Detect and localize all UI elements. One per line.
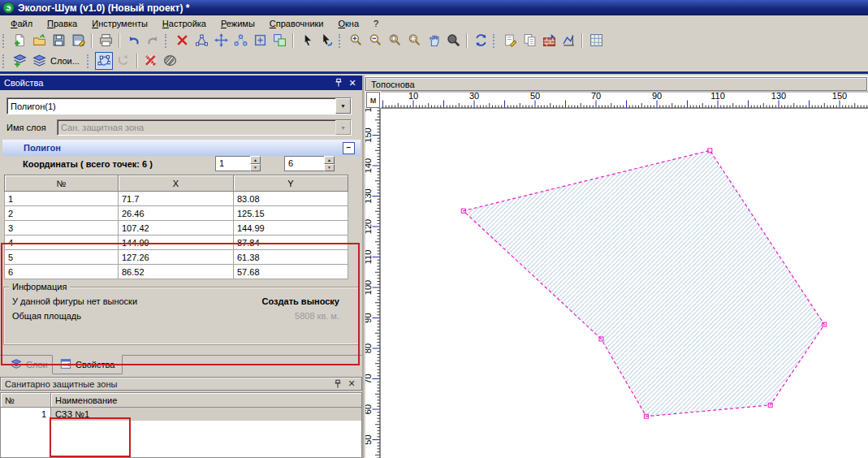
polygon-section-header[interactable]: Полигон − — [2, 140, 361, 156]
szz-list-empty-area[interactable] — [0, 421, 362, 458]
edit-source-button[interactable] — [501, 32, 519, 50]
toolbar-grip[interactable] — [2, 54, 6, 68]
menu-item[interactable]: ? — [366, 17, 386, 30]
zoom-in-button[interactable] — [347, 32, 365, 50]
point-from-spinner[interactable]: 1 ▲▼ — [215, 156, 261, 171]
edit-nodes-button[interactable] — [192, 32, 210, 50]
tab-properties[interactable]: Свойства — [52, 355, 123, 374]
copy-object-button[interactable] — [520, 32, 538, 50]
create-callout-link[interactable]: Создать выноску — [262, 296, 339, 306]
print-icon — [99, 33, 113, 49]
zoom-to-object-button[interactable] — [251, 32, 269, 50]
coords-cell[interactable]: 125.15 — [234, 206, 348, 221]
redo-button[interactable] — [144, 32, 162, 50]
open-project-button[interactable] — [30, 32, 48, 50]
new-document-button[interactable] — [11, 32, 28, 50]
spin-up-icon[interactable]: ▲ — [250, 156, 261, 164]
coords-cell[interactable]: 144.99 — [234, 221, 348, 235]
coords-cell[interactable]: 57.68 — [234, 265, 348, 279]
select-cursor-button[interactable] — [298, 32, 316, 50]
object-selector[interactable]: Полигон(1) ▼ — [6, 97, 352, 114]
coords-cell[interactable]: 4 — [5, 235, 119, 250]
undo-button[interactable] — [124, 32, 142, 50]
find-button[interactable] — [444, 32, 462, 50]
group-objects-button[interactable] — [270, 32, 288, 50]
move-object-button[interactable] — [212, 32, 230, 50]
grid-tool-button[interactable] — [587, 32, 605, 50]
add-layer-button[interactable] — [11, 52, 28, 70]
coords-cell[interactable]: 86.52 — [119, 265, 234, 279]
coords-cell[interactable]: 2 — [5, 206, 119, 221]
collapse-section-button[interactable]: − — [343, 142, 355, 154]
zoom-to-object-icon — [253, 33, 267, 49]
menu-item[interactable]: Правка — [40, 17, 84, 30]
szz-polygon[interactable] — [464, 150, 825, 416]
v-ruler-label: 50 — [365, 434, 373, 444]
coords-cell[interactable]: 6 — [5, 265, 119, 279]
coords-cell[interactable]: 71.7 — [119, 192, 234, 206]
coords-cell[interactable]: 26.46 — [119, 206, 234, 221]
layers-dialog-button[interactable]: Слои... — [49, 56, 84, 66]
coords-cell[interactable]: 83.08 — [234, 192, 348, 206]
delete-object-button[interactable] — [173, 32, 191, 50]
szz-row-name[interactable]: СЗЗ №1 — [51, 408, 362, 421]
coords-cell[interactable]: 107.42 — [119, 221, 234, 235]
profile-tool-button[interactable] — [559, 32, 577, 50]
toolbar-grip[interactable] — [493, 34, 497, 48]
layers-button[interactable] — [30, 52, 48, 70]
coords-cell[interactable]: 1 — [5, 192, 119, 206]
zoom-page-button[interactable] — [386, 32, 404, 50]
print-button[interactable] — [97, 32, 114, 50]
menu-item[interactable]: Окна — [330, 17, 366, 30]
move-nodes-button[interactable] — [231, 32, 249, 50]
point-to-spinner[interactable]: 6 ▲▼ — [284, 156, 335, 171]
toolbar-grip[interactable] — [165, 34, 169, 48]
zoom-out-button[interactable] — [366, 32, 384, 50]
map-canvas[interactable]: 1030507090110130150160150140130120110100… — [365, 76, 868, 458]
menu-item[interactable]: Инструменты — [84, 17, 155, 30]
toolbar-separator — [292, 33, 294, 48]
coords-column-header: № — [5, 175, 119, 192]
spin-down-icon[interactable]: ▼ — [250, 164, 261, 172]
coords-cell[interactable]: 5 — [5, 250, 119, 265]
toolbar-grip[interactable] — [339, 34, 343, 48]
select-object-button[interactable] — [317, 32, 335, 50]
coords-cell[interactable]: 3 — [5, 221, 119, 235]
title-bar[interactable]: Э Эколог-Шум (v1.0) (Новый проект) * — [0, 0, 868, 15]
close-icon[interactable]: ✕ — [347, 77, 358, 89]
szz-row-number[interactable]: 1 — [1, 408, 51, 421]
menu-item[interactable]: Справочники — [262, 17, 331, 30]
spin-down-icon[interactable]: ▼ — [324, 164, 335, 172]
menu-item[interactable]: Настройка — [155, 17, 214, 30]
chevron-down-icon[interactable]: ▼ — [335, 98, 351, 114]
coordinates-table: №XY 171.783.08226.46125.153107.42144.994… — [4, 175, 348, 279]
polygon-tool-button[interactable] — [95, 52, 113, 70]
pin-icon[interactable] — [332, 378, 343, 390]
spin-up-icon[interactable]: ▲ — [324, 156, 335, 164]
save-project-button[interactable] — [50, 32, 67, 50]
zoom-window-button[interactable] — [405, 32, 423, 50]
refresh-view-button[interactable] — [472, 32, 490, 50]
v-ruler-label: 130 — [365, 188, 373, 203]
hatch-tool-button[interactable] — [162, 52, 179, 70]
barrier-tool-button[interactable] — [540, 32, 558, 50]
szz-table: №Наименование 1СЗЗ №1 — [0, 392, 362, 421]
point-from-value[interactable]: 1 — [215, 156, 250, 171]
coords-cell[interactable]: 144.99 — [119, 235, 234, 250]
tab-layers[interactable]: Слои — [3, 356, 55, 374]
coords-cell[interactable]: 87.84 — [234, 235, 348, 250]
point-to-value[interactable]: 6 — [284, 156, 324, 171]
menu-item[interactable]: Режимы — [214, 17, 262, 30]
toolbar-grip[interactable] — [2, 34, 6, 48]
coords-cell[interactable]: 127.26 — [119, 250, 234, 265]
delete-region-button[interactable] — [142, 52, 160, 70]
pin-icon[interactable] — [333, 77, 344, 89]
szz-row[interactable]: 1СЗЗ №1 — [1, 408, 362, 421]
save-as-icon — [71, 33, 85, 49]
save-as-button[interactable] — [69, 32, 87, 50]
pan-hand-button[interactable] — [425, 32, 443, 50]
menu-item[interactable]: Файл — [3, 17, 40, 30]
toolbar-grip[interactable] — [87, 54, 91, 68]
coords-cell[interactable]: 61.38 — [234, 250, 348, 265]
close-icon[interactable]: ✕ — [346, 378, 357, 390]
